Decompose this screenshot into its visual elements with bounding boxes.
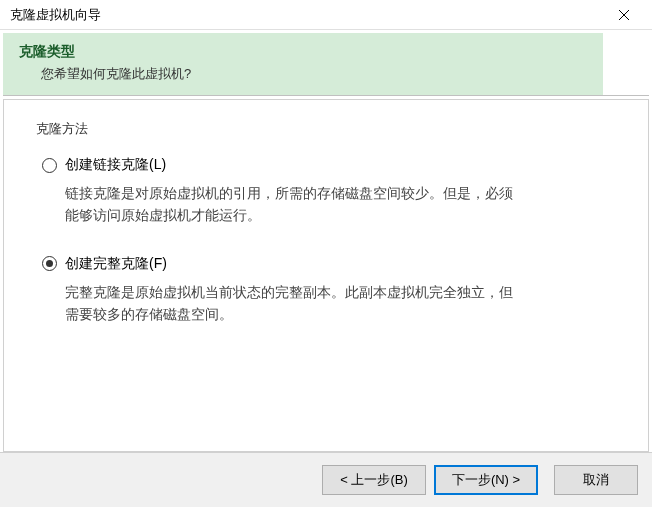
radio-full-icon [42,256,57,271]
header-title: 克隆类型 [19,43,633,61]
cancel-button[interactable]: 取消 [554,465,638,495]
radio-full-row[interactable]: 创建完整克隆(F) [42,255,616,273]
header-banner: 克隆类型 您希望如何克隆此虚拟机? [3,33,649,96]
option-linked-clone: 创建链接克隆(L) 链接克隆是对原始虚拟机的引用，所需的存储磁盘空间较少。但是，… [42,156,616,227]
back-button[interactable]: < 上一步(B) [322,465,426,495]
clone-method-group: 创建链接克隆(L) 链接克隆是对原始虚拟机的引用，所需的存储磁盘空间较少。但是，… [36,156,616,326]
radio-full-label: 创建完整克隆(F) [65,255,167,273]
header-subtitle: 您希望如何克隆此虚拟机? [19,65,633,83]
radio-full-description: 完整克隆是原始虚拟机当前状态的完整副本。此副本虚拟机完全独立，但需要较多的存储磁… [42,281,522,326]
content-area: 克隆方法 创建链接克隆(L) 链接克隆是对原始虚拟机的引用，所需的存储磁盘空间较… [3,99,649,452]
section-label: 克隆方法 [36,120,616,138]
radio-linked-label: 创建链接克隆(L) [65,156,166,174]
window-title: 克隆虚拟机向导 [10,6,604,24]
radio-linked-description: 链接克隆是对原始虚拟机的引用，所需的存储磁盘空间较少。但是，必须能够访问原始虚拟… [42,182,522,227]
next-button[interactable]: 下一步(N) > [434,465,538,495]
close-icon [618,9,630,21]
close-button[interactable] [604,1,644,29]
footer: < 上一步(B) 下一步(N) > 取消 [0,452,652,507]
wizard-window: 克隆虚拟机向导 克隆类型 您希望如何克隆此虚拟机? 克隆方法 创建链接克隆(L)… [0,0,652,507]
titlebar: 克隆虚拟机向导 [0,0,652,30]
header-image-block [603,33,649,95]
radio-linked-row[interactable]: 创建链接克隆(L) [42,156,616,174]
option-full-clone: 创建完整克隆(F) 完整克隆是原始虚拟机当前状态的完整副本。此副本虚拟机完全独立… [42,255,616,326]
radio-linked-icon [42,158,57,173]
